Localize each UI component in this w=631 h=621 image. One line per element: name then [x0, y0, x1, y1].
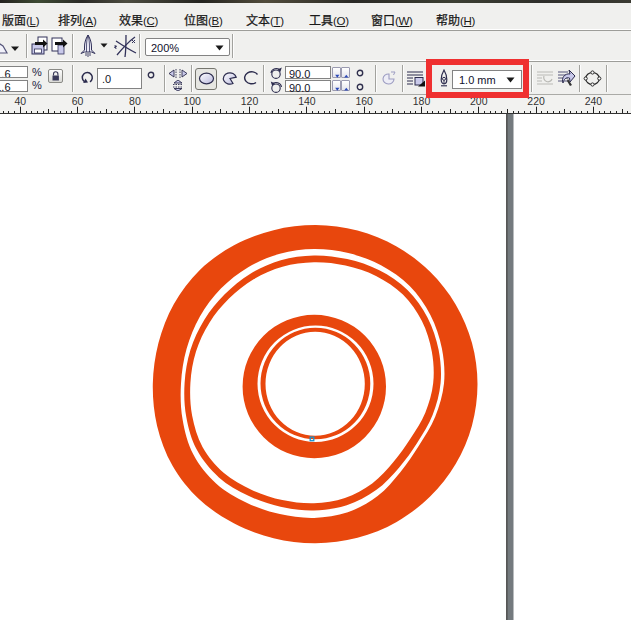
svg-text:60: 60: [72, 95, 84, 107]
svg-text:120: 120: [241, 95, 259, 107]
svg-text:80: 80: [129, 95, 141, 107]
svg-text:240: 240: [585, 95, 603, 107]
svg-text:160: 160: [355, 95, 373, 107]
svg-text:140: 140: [298, 95, 316, 107]
svg-text:220: 220: [527, 95, 545, 107]
svg-text:100: 100: [183, 95, 201, 107]
svg-text:40: 40: [14, 95, 26, 107]
